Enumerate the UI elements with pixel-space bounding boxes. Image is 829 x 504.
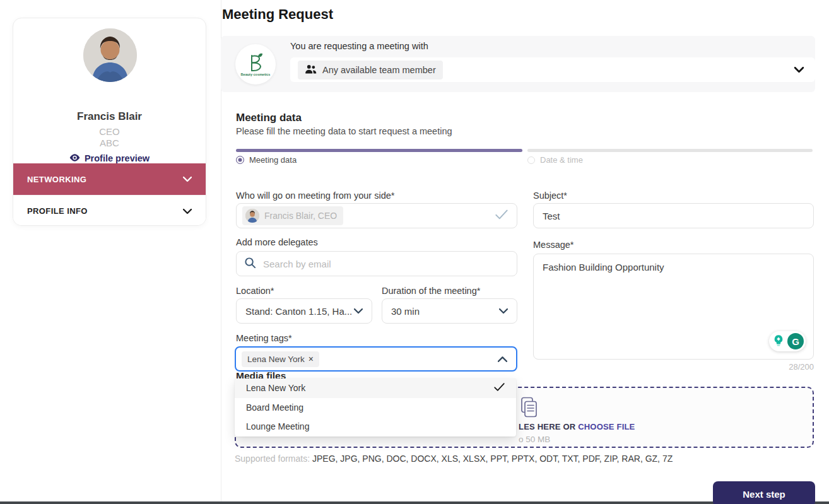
search-icon bbox=[244, 257, 256, 271]
message-value: Fashion Building Opportunity bbox=[543, 262, 664, 273]
selected-check-icon bbox=[494, 383, 505, 393]
window-bottom-edge bbox=[0, 501, 829, 504]
tag-chip: Lena New York × bbox=[242, 351, 319, 367]
sidebar-item-profile-info[interactable]: PROFILE INFO bbox=[13, 195, 206, 226]
dropzone-text-fragment: LES HERE OR bbox=[519, 422, 578, 431]
next-step-button[interactable]: Next step bbox=[713, 481, 815, 504]
dropzone-text: LES HERE OR CHOOSE FILE bbox=[519, 422, 635, 431]
choose-file-link[interactable]: CHOOSE FILE bbox=[578, 422, 635, 431]
profile-preview-label: Profile preview bbox=[85, 153, 150, 163]
wizard-step-meeting-data[interactable]: Meeting data bbox=[236, 155, 297, 165]
supported-formats: Supported formats: JPEG, JPG, PNG, DOC, … bbox=[235, 454, 673, 464]
option-label: Board Meeting bbox=[246, 402, 303, 413]
avatar-illustration bbox=[83, 28, 137, 82]
team-member-select[interactable]: Any available team member bbox=[290, 57, 815, 82]
progress-bar-step2 bbox=[527, 149, 813, 152]
company-logo-mark bbox=[246, 52, 265, 74]
eye-icon bbox=[69, 153, 80, 163]
chevron-down-icon bbox=[183, 173, 192, 185]
subject-label: Subject* bbox=[533, 190, 567, 201]
supported-formats-prefix: Supported formats: bbox=[235, 454, 312, 464]
profile-card: Francis Blair CEO ABC Profile preview NE… bbox=[13, 18, 206, 226]
duration-select[interactable]: 30 min bbox=[382, 298, 517, 324]
add-delegates-label: Add more delegates bbox=[236, 237, 318, 247]
chevron-down-icon bbox=[183, 206, 192, 217]
location-value: Stand: Canton 1.15, Ha... bbox=[245, 306, 352, 317]
step-inactive-radio-icon bbox=[527, 156, 535, 164]
remove-tag-icon[interactable]: × bbox=[309, 355, 314, 363]
dropzone-size-note: o 50 MB bbox=[519, 435, 550, 444]
networking-label: NETWORKING bbox=[27, 175, 86, 184]
profile-preview-link[interactable]: Profile preview bbox=[13, 153, 206, 163]
subject-field[interactable]: Test bbox=[533, 203, 814, 228]
wizard-step-date-time[interactable]: Date & time bbox=[527, 155, 583, 165]
check-icon bbox=[495, 209, 508, 222]
sidebar-item-networking[interactable]: NETWORKING bbox=[13, 163, 206, 195]
tags-dropdown: Lena New York Board Meeting Lounge Meeti… bbox=[235, 378, 516, 437]
meeting-tags-multiselect[interactable]: Lena New York × bbox=[235, 346, 517, 372]
duration-value: 30 min bbox=[391, 306, 420, 317]
team-member-chip: Any available team member bbox=[298, 61, 443, 79]
profile-name: Francis Blair bbox=[13, 110, 206, 123]
delegate-search-field[interactable] bbox=[236, 251, 517, 276]
message-char-count: 28/200 bbox=[533, 362, 814, 372]
supported-formats-list: JPEG, JPG, PNG, DOC, DOCX, XLS, XLSX, PP… bbox=[312, 454, 673, 464]
subject-value: Test bbox=[543, 211, 560, 221]
wizard-heading: Meeting data bbox=[236, 112, 302, 124]
meeting-tags-label: Meeting tags* bbox=[236, 333, 292, 343]
meeting-with-card: Beauty cosmetics You are requesting a me… bbox=[221, 36, 815, 92]
chevron-up-icon[interactable] bbox=[498, 356, 507, 362]
grammarly-bulb-icon bbox=[771, 333, 786, 350]
files-icon bbox=[520, 397, 539, 421]
duration-label: Duration of the meeting* bbox=[382, 286, 480, 296]
meeting-request-page: Francis Blair CEO ABC Profile preview NE… bbox=[0, 0, 829, 504]
step1-label: Meeting data bbox=[249, 155, 297, 165]
grammarly-widget[interactable]: G bbox=[769, 331, 806, 351]
dropdown-option-board-meeting[interactable]: Board Meeting bbox=[235, 398, 516, 418]
delegate-avatar bbox=[245, 209, 259, 223]
progress-bar-step1 bbox=[236, 149, 522, 152]
dropdown-option-lounge-meeting[interactable]: Lounge Meeting bbox=[235, 417, 516, 437]
wizard-subheading: Please fill the meeting data to start re… bbox=[236, 126, 452, 136]
step-active-radio-icon bbox=[236, 156, 244, 164]
step2-label: Date & time bbox=[540, 155, 583, 165]
chevron-down-icon bbox=[499, 308, 508, 314]
message-textarea[interactable]: Fashion Building Opportunity G bbox=[533, 254, 814, 360]
requesting-with-label: You are requesting a meeting with bbox=[290, 41, 428, 51]
company-logo-text: Beauty cosmetics bbox=[241, 73, 271, 76]
grammarly-g-icon: G bbox=[787, 333, 804, 349]
chevron-down-icon bbox=[354, 308, 363, 314]
team-member-value: Any available team member bbox=[322, 65, 436, 75]
search-by-email-input[interactable] bbox=[263, 259, 509, 269]
profile-info-label: PROFILE INFO bbox=[27, 206, 88, 216]
dropdown-option-lena-new-york[interactable]: Lena New York bbox=[235, 378, 516, 398]
page-title: Meeting Request bbox=[222, 6, 333, 23]
option-label: Lena New York bbox=[246, 383, 305, 393]
chevron-down-icon bbox=[794, 67, 804, 73]
avatar bbox=[83, 28, 137, 82]
delegate-chip: Francis Blair, CEO bbox=[242, 206, 343, 225]
message-label: Message* bbox=[533, 240, 573, 250]
company-logo: Beauty cosmetics bbox=[235, 44, 276, 85]
location-label: Location* bbox=[236, 286, 274, 296]
profile-role: CEO bbox=[13, 126, 206, 137]
option-label: Lounge Meeting bbox=[246, 421, 309, 431]
delegate-value: Francis Blair, CEO bbox=[264, 211, 337, 221]
profile-company: ABC bbox=[13, 138, 206, 148]
delegate-field[interactable]: Francis Blair, CEO bbox=[236, 203, 517, 228]
delegate-label: Who will go on meeting from your side* bbox=[236, 190, 394, 201]
people-icon bbox=[305, 64, 317, 76]
location-select[interactable]: Stand: Canton 1.15, Ha... bbox=[236, 298, 372, 324]
tag-chip-label: Lena New York bbox=[247, 355, 305, 364]
